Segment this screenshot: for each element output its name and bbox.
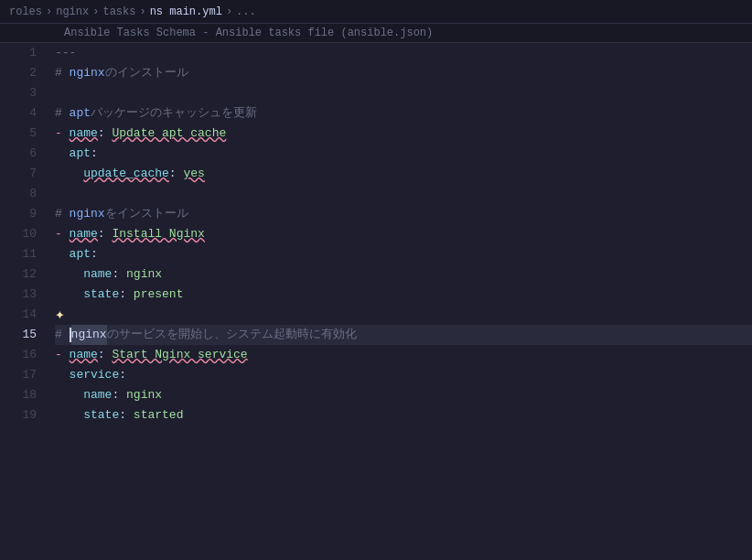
line-num-19: 19 bbox=[0, 405, 37, 425]
breadcrumb-part: nginx bbox=[56, 5, 89, 18]
line-num-13: 13 bbox=[0, 285, 37, 305]
code-text: # bbox=[55, 63, 70, 83]
line-num-6: 6 bbox=[0, 144, 37, 164]
breadcrumb-part: tasks bbox=[102, 5, 135, 18]
code-line-16: - name: Start Nginx service bbox=[55, 345, 752, 365]
code-text: のサービスを開始し、システム起動時に有効化 bbox=[107, 325, 357, 345]
code-indent bbox=[55, 385, 83, 405]
code-line-15: # nginxのサービスを開始し、システム起動時に有効化 bbox=[55, 325, 752, 345]
code-area: 1 2 3 4 5 6 7 8 9 10 11 12 13 14 15 16 1… bbox=[0, 43, 752, 560]
code-colon: : bbox=[119, 285, 134, 305]
code-dash: - bbox=[55, 124, 70, 144]
code-colon: : bbox=[98, 345, 113, 365]
code-text-jp: nginx bbox=[70, 63, 105, 83]
code-text: # bbox=[55, 103, 70, 124]
code-line-18: name: nginx bbox=[55, 385, 752, 405]
code-colon: : bbox=[91, 244, 98, 264]
line-num-16: 16 bbox=[0, 345, 37, 365]
code-text-jp: nginx bbox=[70, 204, 105, 224]
code-colon: : bbox=[112, 264, 126, 285]
code-indent bbox=[55, 244, 70, 264]
line-num-7: 7 bbox=[0, 164, 37, 184]
code-line-17: service: bbox=[55, 365, 752, 385]
line-num-12: 12 bbox=[0, 264, 37, 285]
code-value: nginx bbox=[126, 385, 162, 405]
code-colon: : bbox=[98, 124, 113, 144]
code-line-2: # nginxのインストール bbox=[55, 63, 752, 83]
code-text: のインストール bbox=[105, 63, 188, 83]
code-indent bbox=[55, 264, 83, 285]
code-text-highlight: nginx bbox=[71, 325, 107, 345]
line-num-3: 3 bbox=[0, 83, 37, 103]
code-dash: - bbox=[55, 345, 70, 365]
code-line-4: # aptパッケージのキャッシュを更新 bbox=[55, 103, 752, 124]
code-line-1: --- bbox=[55, 43, 752, 63]
code-line-13: state: present bbox=[55, 285, 752, 305]
code-text: --- bbox=[55, 43, 76, 63]
code-key: name bbox=[70, 124, 98, 144]
code-line-14: ✦ bbox=[55, 305, 752, 325]
breadcrumb-sep: › bbox=[46, 5, 52, 18]
code-line-9: # nginxをインストール bbox=[55, 204, 752, 224]
code-value: Update apt cache bbox=[112, 124, 226, 144]
breadcrumb-active: ns main.yml bbox=[150, 5, 222, 18]
code-value: Start Nginx service bbox=[112, 345, 247, 365]
code-key: name bbox=[83, 264, 112, 285]
code-key: service bbox=[70, 365, 120, 385]
line-num-15: 15 bbox=[0, 325, 37, 345]
code-colon: : bbox=[119, 365, 126, 385]
editor-container: roles › nginx › tasks › ns main.yml › ..… bbox=[0, 0, 752, 560]
code-text: パッケージのキャッシュを更新 bbox=[91, 103, 257, 124]
code-text: をインストール bbox=[105, 204, 188, 224]
line-num-10: 10 bbox=[0, 224, 37, 244]
code-key: state bbox=[83, 285, 119, 305]
code-key: apt bbox=[70, 244, 91, 264]
line-num-5: 5 bbox=[0, 124, 37, 144]
code-colon: : bbox=[91, 144, 98, 164]
code-line-8 bbox=[55, 184, 752, 204]
code-key: name bbox=[70, 345, 98, 365]
code-indent bbox=[55, 164, 83, 184]
code-line-11: apt: bbox=[55, 244, 752, 264]
line-numbers: 1 2 3 4 5 6 7 8 9 10 11 12 13 14 15 16 1… bbox=[0, 43, 46, 560]
breadcrumb: roles › nginx › tasks › ns main.yml › ..… bbox=[0, 0, 752, 24]
code-colon: : bbox=[169, 164, 184, 184]
breadcrumb-sep: › bbox=[92, 5, 99, 18]
line-num-17: 17 bbox=[0, 365, 37, 385]
code-indent bbox=[55, 144, 70, 164]
line-num-18: 18 bbox=[0, 385, 37, 405]
line-num-2: 2 bbox=[0, 63, 37, 83]
breadcrumb-part: roles bbox=[9, 5, 42, 18]
code-key: apt bbox=[70, 144, 91, 164]
code-indent bbox=[55, 405, 83, 425]
sparkle-icon: ✦ bbox=[55, 305, 65, 325]
code-dash: - bbox=[55, 224, 70, 244]
code-content[interactable]: --- # nginxのインストール # aptパッケージのキャッシュを更新 -… bbox=[46, 43, 752, 560]
code-text: # bbox=[55, 325, 70, 345]
code-value: Install Nginx bbox=[112, 224, 204, 244]
breadcrumb-part: ... bbox=[236, 5, 256, 18]
code-colon: : bbox=[112, 385, 126, 405]
code-key: update_cache bbox=[83, 164, 169, 184]
code-indent bbox=[55, 365, 70, 385]
breadcrumb-sep: › bbox=[226, 5, 232, 18]
code-key: name bbox=[83, 385, 112, 405]
code-line-10: - name: Install Nginx bbox=[55, 224, 752, 244]
line-num-8: 8 bbox=[0, 184, 37, 204]
code-colon: : bbox=[119, 405, 134, 425]
code-colon: : bbox=[98, 224, 113, 244]
code-text-jp: apt bbox=[70, 103, 91, 124]
code-indent bbox=[55, 285, 83, 305]
code-line-5: - name: Update apt cache bbox=[55, 124, 752, 144]
code-value: started bbox=[134, 405, 184, 425]
line-num-9: 9 bbox=[0, 204, 37, 224]
code-text: # bbox=[55, 204, 70, 224]
code-line-12: name: nginx bbox=[55, 264, 752, 285]
line-num-14: 14 bbox=[0, 305, 37, 325]
code-key: state bbox=[83, 405, 119, 425]
code-value: yes bbox=[183, 164, 204, 184]
schema-hint: Ansible Tasks Schema - Ansible tasks fil… bbox=[0, 24, 752, 43]
code-line-19: state: started bbox=[55, 405, 752, 425]
breadcrumb-sep: › bbox=[139, 5, 145, 18]
code-value: nginx bbox=[126, 264, 162, 285]
